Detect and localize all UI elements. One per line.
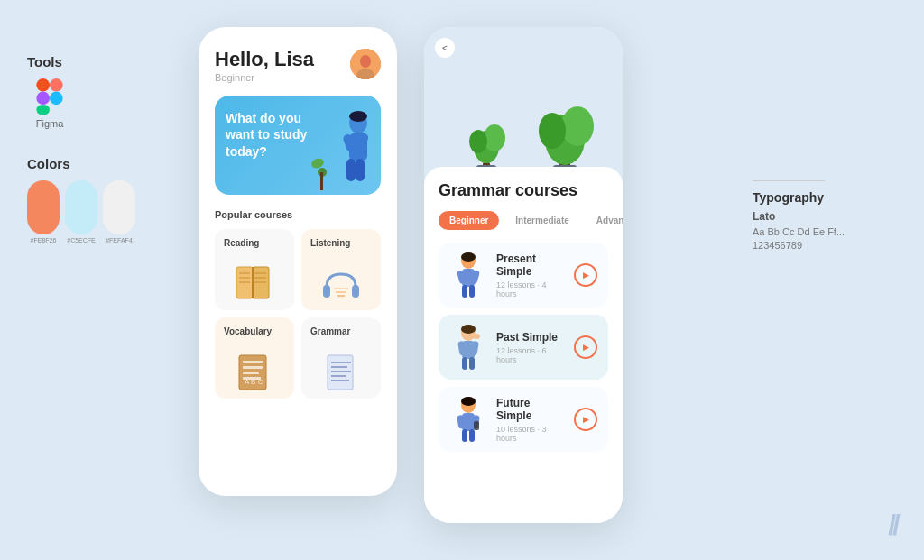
font-name: Lato — [753, 210, 897, 223]
popular-courses-label: Popular courses — [215, 209, 381, 220]
lesson-avatar-past — [449, 324, 487, 371]
typography-title: Typography — [753, 190, 897, 205]
svg-point-68 — [461, 325, 476, 334]
back-button[interactable]: < — [435, 38, 455, 58]
grammar-icon — [320, 352, 362, 393]
play-btn-future[interactable]: ▶ — [574, 408, 597, 431]
courses-grid: Reading Listening — [215, 229, 381, 399]
color-swatches: #FE8F26 #C5ECFE #FEFAF4 — [27, 180, 144, 243]
course-card-listening[interactable]: Listening — [301, 229, 381, 310]
future-simple-figure — [449, 396, 487, 443]
lesson-avatar-present — [449, 252, 487, 298]
swatch-blue — [65, 180, 97, 234]
lesson-info-future: Future Simple 10 lessons · 3 hours — [496, 397, 565, 443]
svg-rect-59 — [469, 285, 475, 298]
svg-point-50 — [484, 124, 505, 151]
lesson-card-present-simple[interactable]: Present Simple 12 lessons · 4 hours ▶ — [439, 243, 608, 308]
greeting-block: Hello, Lisa Beginner — [215, 49, 314, 83]
svg-rect-38 — [328, 355, 353, 390]
lesson-avatar-future — [449, 396, 487, 443]
lesson-info-past: Past Simple 12 lessons · 6 hours — [496, 331, 565, 364]
grammar-courses-title: Grammar courses — [439, 181, 608, 200]
lesson-title-future: Future Simple — [496, 397, 565, 422]
lesson-title-present: Present Simple — [496, 252, 565, 278]
phones-area: Hello, Lisa Beginner What do you want to… — [199, 27, 623, 523]
swatch-blue-label: #C5ECFE — [67, 237, 96, 243]
typography-divider — [753, 180, 825, 181]
svg-rect-17 — [320, 172, 323, 190]
hero-figure — [309, 109, 381, 195]
swatch-light — [103, 180, 135, 234]
level-text: Beginner — [215, 72, 314, 83]
past-simple-figure — [449, 324, 487, 371]
svg-rect-0 — [36, 78, 50, 92]
reading-icon — [232, 262, 277, 303]
svg-rect-73 — [462, 429, 467, 442]
svg-point-51 — [469, 130, 487, 153]
swatch-blue-container: #C5ECFE — [65, 180, 97, 243]
colors-title: Colors — [27, 156, 144, 171]
svg-point-46 — [561, 106, 594, 146]
lesson-meta-present: 12 lessons · 4 hours — [496, 280, 565, 298]
svg-rect-35 — [243, 372, 259, 374]
play-btn-past[interactable]: ▶ — [574, 335, 597, 359]
course-card-vocabulary[interactable]: Vocabulary A B C — [215, 317, 294, 399]
svg-rect-12 — [346, 159, 356, 181]
listening-icon — [318, 267, 365, 305]
tab-intermediate[interactable]: Intermediate — [504, 211, 579, 230]
svg-text:A B C: A B C — [245, 378, 263, 386]
swatch-orange-label: #FE8F26 — [31, 237, 57, 243]
user-avatar — [350, 49, 381, 79]
figma-label: Figma — [36, 118, 64, 129]
svg-rect-13 — [356, 159, 365, 181]
svg-rect-75 — [474, 421, 479, 430]
hero-text: What do you want to study today? — [226, 110, 316, 160]
decorative-slash: // — [888, 509, 897, 542]
swatch-orange-container: #FE8F26 — [27, 180, 60, 243]
tools-section: Tools Figma — [27, 54, 144, 129]
svg-rect-3 — [36, 105, 50, 115]
typography-panel: Typography Lato Aa Bb Cc Dd Ee Ff... 123… — [753, 180, 897, 253]
figma-icon — [33, 78, 66, 115]
phone2: < Grammar courses — [424, 27, 623, 523]
figma-tool: Figma — [27, 78, 72, 129]
phone2-content: Grammar courses Beginner Intermediate Ad… — [424, 167, 623, 523]
phone2-top: < — [424, 27, 623, 185]
svg-point-4 — [50, 92, 63, 106]
tab-beginner[interactable]: Beginner — [439, 211, 499, 230]
swatch-light-label: #FEFAF4 — [106, 237, 133, 243]
svg-rect-2 — [36, 92, 50, 106]
swatches-row: #FE8F26 #C5ECFE #FEFAF4 — [27, 180, 144, 243]
course-title-listening: Listening — [310, 238, 372, 248]
tools-title: Tools — [27, 54, 144, 69]
play-btn-present[interactable]: ▶ — [574, 263, 597, 287]
course-card-reading[interactable]: Reading — [215, 229, 294, 310]
lesson-meta-past: 12 lessons · 6 hours — [496, 346, 565, 364]
svg-point-67 — [473, 334, 480, 339]
svg-point-60 — [461, 252, 476, 262]
svg-rect-33 — [243, 361, 263, 363]
vocabulary-icon: A B C — [234, 352, 275, 393]
lesson-card-future-simple[interactable]: Future Simple 10 lessons · 3 hours ▶ — [439, 387, 608, 452]
lesson-card-past-simple[interactable]: Past Simple 12 lessons · 6 hours ▶ — [439, 315, 608, 380]
tab-advanced[interactable]: Advanced — [586, 211, 623, 230]
hero-banner: What do you want to study today? — [215, 96, 381, 195]
course-card-grammar[interactable]: Grammar — [301, 317, 381, 399]
plants-decoration — [433, 41, 614, 185]
greeting-text: Hello, Lisa — [215, 49, 314, 70]
left-panel: Tools Figma Colors #FE8F26 # — [27, 54, 144, 243]
svg-rect-1 — [50, 78, 63, 92]
course-title-grammar: Grammar — [310, 326, 372, 336]
svg-point-14 — [349, 111, 367, 122]
svg-rect-58 — [462, 285, 467, 298]
svg-rect-27 — [323, 285, 330, 298]
svg-rect-74 — [469, 429, 475, 442]
colors-section: Colors #FE8F26 #C5ECFE #FEFAF4 — [27, 156, 144, 243]
svg-rect-65 — [462, 357, 467, 370]
lesson-info-present: Present Simple 12 lessons · 4 hours — [496, 252, 565, 298]
avatar-icon — [350, 49, 381, 79]
swatch-orange — [27, 180, 60, 234]
svg-point-76 — [461, 397, 476, 406]
lesson-title-past: Past Simple — [496, 331, 565, 344]
phone1: Hello, Lisa Beginner What do you want to… — [199, 27, 397, 496]
